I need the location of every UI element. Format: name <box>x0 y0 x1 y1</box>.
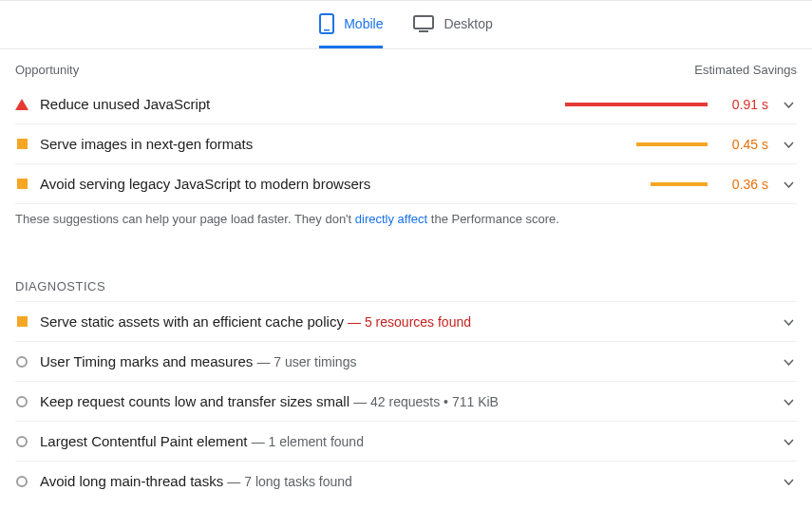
tab-desktop-label: Desktop <box>444 16 492 31</box>
tabs: Mobile Desktop <box>0 0 812 49</box>
svg-rect-3 <box>419 30 428 32</box>
opportunity-row[interactable]: Serve images in next-gen formats0.45 s <box>15 123 797 163</box>
savings-bar-wrap <box>565 142 708 146</box>
diagnostic-label: Keep request counts low and transfer siz… <box>40 393 768 409</box>
chevron-down-icon[interactable] <box>780 97 797 111</box>
tab-mobile-label: Mobile <box>344 16 383 31</box>
diagnostic-label: User Timing marks and measures — 7 user … <box>40 353 768 369</box>
square-orange-icon <box>15 138 28 151</box>
mobile-icon <box>319 13 334 34</box>
square-orange-icon <box>15 178 28 191</box>
diagnostic-row[interactable]: Avoid long main-thread tasks — 7 long ta… <box>15 461 797 501</box>
square-orange-icon <box>15 315 28 329</box>
savings-column-header: Estimated Savings <box>694 63 797 77</box>
diagnostic-row[interactable]: User Timing marks and measures — 7 user … <box>15 341 797 381</box>
diagnostic-label: Largest Contentful Paint element — 1 ele… <box>40 433 768 449</box>
circle-gray-icon <box>15 435 28 448</box>
tab-desktop[interactable]: Desktop <box>413 12 492 48</box>
svg-rect-1 <box>324 29 330 31</box>
diagnostic-row[interactable]: Keep request counts low and transfer siz… <box>15 381 797 421</box>
diagnostic-label: Serve static assets with an efficient ca… <box>40 313 768 330</box>
savings-value: 0.91 s <box>719 97 768 112</box>
chevron-down-icon[interactable] <box>780 434 797 448</box>
svg-rect-2 <box>414 16 433 28</box>
savings-bar-wrap <box>565 182 708 186</box>
savings-bar-wrap <box>565 103 708 106</box>
diagnostic-row[interactable]: Serve static assets with an efficient ca… <box>15 301 797 341</box>
diagnostic-label: Avoid long main-thread tasks — 7 long ta… <box>40 473 768 489</box>
opportunity-row[interactable]: Avoid serving legacy JavaScript to moder… <box>15 163 797 203</box>
opportunities-note: These suggestions can help your page loa… <box>15 203 797 226</box>
opportunity-label: Serve images in next-gen formats <box>40 136 554 152</box>
opportunity-label: Avoid serving legacy JavaScript to moder… <box>40 176 554 192</box>
chevron-down-icon[interactable] <box>780 314 797 329</box>
savings-bar <box>636 142 708 146</box>
diagnostics-heading: DIAGNOSTICS <box>15 279 797 293</box>
savings-bar <box>565 103 708 106</box>
opportunity-label: Reduce unused JavaScript <box>40 96 554 112</box>
opportunity-column-header: Opportunity <box>15 63 79 77</box>
opportunities-header: Opportunity Estimated Savings <box>15 49 797 85</box>
desktop-icon <box>413 15 434 32</box>
savings-bar <box>651 182 708 186</box>
circle-gray-icon <box>15 395 28 408</box>
chevron-down-icon[interactable] <box>780 474 797 488</box>
circle-gray-icon <box>15 475 28 488</box>
chevron-down-icon[interactable] <box>780 354 797 368</box>
chevron-down-icon[interactable] <box>780 137 797 151</box>
savings-value: 0.36 s <box>719 177 768 192</box>
chevron-down-icon[interactable] <box>780 177 797 191</box>
savings-value: 0.45 s <box>719 137 768 152</box>
tab-mobile[interactable]: Mobile <box>319 12 383 48</box>
circle-gray-icon <box>15 355 28 368</box>
diagnostic-row[interactable]: Largest Contentful Paint element — 1 ele… <box>15 421 797 461</box>
chevron-down-icon[interactable] <box>780 394 797 408</box>
directly-affect-link[interactable]: directly affect <box>355 212 427 226</box>
triangle-red-icon <box>15 98 28 111</box>
opportunity-row[interactable]: Reduce unused JavaScript0.91 s <box>15 85 797 123</box>
